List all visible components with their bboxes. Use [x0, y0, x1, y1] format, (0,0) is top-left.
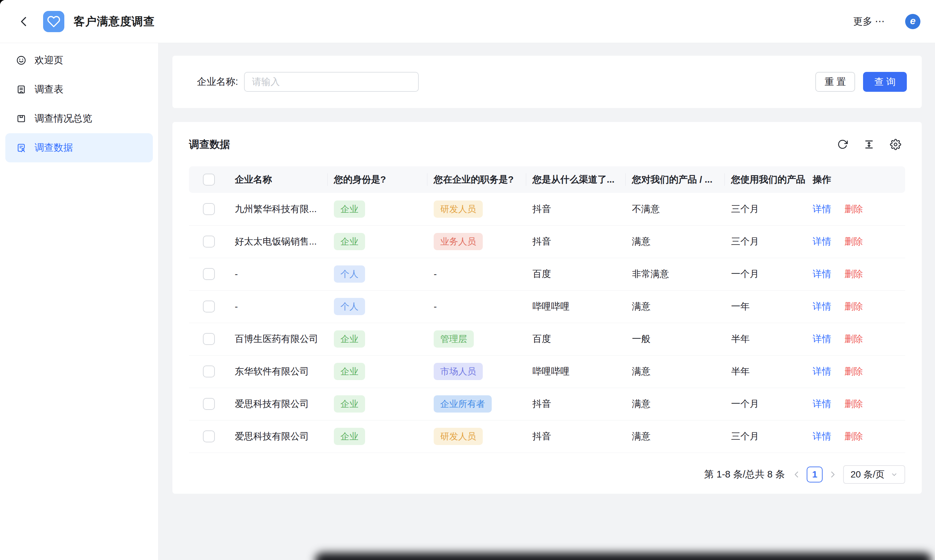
position-tag: 市场人员	[434, 363, 483, 380]
row-checkbox[interactable]	[203, 235, 215, 248]
cell-identity: 企业	[327, 388, 427, 420]
sidebar-item-overview[interactable]: 调查情况总览	[5, 104, 153, 133]
cell-position: -	[427, 290, 526, 323]
sidebar-item-label: 调查表	[34, 83, 63, 96]
delete-link[interactable]: 删除	[844, 204, 863, 214]
cell-duration: 半年	[724, 355, 806, 388]
identity-tag: 个人	[334, 265, 365, 283]
sidebar: 欢迎页 调查表	[0, 43, 159, 560]
page-size-select[interactable]: 20 条/页	[843, 465, 905, 484]
cell-identity: 企业	[327, 420, 427, 452]
cell-channel: 哔哩哔哩	[526, 290, 625, 323]
page-title: 客户满意度调查	[74, 14, 155, 29]
position-tag: 管理层	[434, 330, 474, 348]
settings-gear-icon[interactable]	[890, 139, 901, 150]
page-number-1[interactable]: 1	[807, 466, 823, 483]
row-checkbox[interactable]	[203, 366, 215, 377]
next-page-button[interactable]	[829, 470, 836, 479]
cell-company: 东华软件有限公司	[228, 355, 327, 388]
cell-satisfaction: 一般	[625, 323, 724, 355]
cell-company: 百博生医药有限公司	[228, 323, 327, 355]
cell-satisfaction: 满意	[625, 388, 724, 420]
row-checkbox[interactable]	[203, 300, 215, 312]
row-checkbox[interactable]	[203, 431, 215, 442]
delete-link[interactable]: 删除	[844, 236, 863, 246]
search-button[interactable]: 查 询	[863, 72, 907, 92]
identity-tag: 企业	[334, 428, 365, 445]
table-row: 爱思科技有限公司 企业 研发人员 抖音 满意 三个月 详情 删除	[189, 420, 905, 452]
cell-position: -	[427, 258, 526, 290]
detail-link[interactable]: 详情	[813, 334, 831, 344]
reset-button[interactable]: 重 置	[815, 72, 855, 92]
sidebar-item-survey-form[interactable]: 调查表	[5, 75, 153, 104]
delete-link[interactable]: 删除	[844, 366, 863, 377]
cell-actions: 详情 删除	[806, 420, 905, 452]
delete-link[interactable]: 删除	[844, 334, 863, 344]
cell-identity: 个人	[327, 258, 427, 290]
back-button[interactable]	[18, 15, 30, 28]
delete-link[interactable]: 删除	[844, 269, 863, 279]
cell-satisfaction: 满意	[625, 290, 724, 323]
header-checkbox-cell	[189, 166, 228, 193]
chevron-down-icon	[890, 471, 898, 478]
cell-satisfaction: 满意	[625, 355, 724, 388]
cell-actions: 详情 删除	[806, 388, 905, 420]
detail-link[interactable]: 详情	[813, 269, 831, 279]
select-all-checkbox[interactable]	[203, 174, 215, 186]
cell-actions: 详情 删除	[806, 225, 905, 258]
filter-actions: 重 置 查 询	[815, 72, 907, 92]
prev-page-button[interactable]	[793, 470, 800, 479]
row-checkbox[interactable]	[203, 333, 215, 345]
position-tag: -	[434, 301, 437, 311]
column-actions: 操作	[806, 166, 905, 193]
company-name-input[interactable]	[244, 72, 419, 92]
cell-checkbox	[189, 355, 228, 388]
cell-identity: 个人	[327, 290, 427, 323]
cell-identity: 企业	[327, 323, 427, 355]
more-menu-button[interactable]: 更多 ⋯	[853, 15, 884, 28]
cell-position: 研发人员	[427, 193, 526, 225]
row-checkbox[interactable]	[203, 203, 215, 215]
avatar[interactable]: e	[905, 14, 920, 29]
delete-link[interactable]: 删除	[844, 301, 863, 311]
detail-link[interactable]: 详情	[813, 398, 831, 409]
company-name-label: 企业名称:	[197, 75, 238, 88]
sidebar-item-welcome[interactable]: 欢迎页	[5, 46, 153, 75]
sidebar-item-survey-data[interactable]: 调查数据	[5, 133, 153, 162]
cell-satisfaction: 非常满意	[625, 258, 724, 290]
chevron-left-icon	[18, 16, 29, 27]
chevron-right-icon	[829, 470, 836, 479]
cell-satisfaction: 满意	[625, 420, 724, 452]
cell-checkbox	[189, 193, 228, 225]
delete-link[interactable]: 删除	[844, 431, 863, 442]
detail-link[interactable]: 详情	[813, 236, 831, 246]
cell-duration: 半年	[724, 323, 806, 355]
filter-bar: 企业名称: 重 置 查 询	[173, 56, 922, 108]
delete-link[interactable]: 删除	[844, 398, 863, 409]
refresh-icon[interactable]	[837, 139, 848, 150]
cell-checkbox	[189, 388, 228, 420]
detail-link[interactable]: 详情	[813, 431, 831, 442]
row-checkbox[interactable]	[203, 268, 215, 280]
cell-company: 九州繁华科技有限...	[228, 193, 327, 225]
cell-duration: 一个月	[724, 258, 806, 290]
cell-company: 好太太电饭锅销售...	[228, 225, 327, 258]
top-bar: 客户满意度调查 更多 ⋯ e	[0, 0, 935, 43]
row-checkbox[interactable]	[203, 398, 215, 410]
cell-channel: 抖音	[526, 388, 625, 420]
cell-position: 企业所有者	[427, 388, 526, 420]
table-body: 九州繁华科技有限... 企业 研发人员 抖音 不满意 三个月 详情 删除	[189, 193, 905, 452]
detail-link[interactable]: 详情	[813, 301, 831, 311]
detail-link[interactable]: 详情	[813, 204, 831, 214]
cell-identity: 企业	[327, 193, 427, 225]
cell-duration: 一年	[724, 290, 806, 323]
column-position: 您在企业的职务是?	[427, 166, 526, 193]
row-height-icon[interactable]	[863, 139, 875, 150]
cell-actions: 详情 删除	[806, 258, 905, 290]
cell-channel: 抖音	[526, 420, 625, 452]
cell-position: 管理层	[427, 323, 526, 355]
detail-link[interactable]: 详情	[813, 366, 831, 377]
table-row: 好太太电饭锅销售... 企业 业务人员 抖音 满意 三个月 详情 删除	[189, 225, 905, 258]
cell-channel: 百度	[526, 258, 625, 290]
table-header-row: 企业名称 您的身份是? 您在企业的职务是? 您是从什么渠道了... 您对我们的产…	[189, 166, 905, 193]
